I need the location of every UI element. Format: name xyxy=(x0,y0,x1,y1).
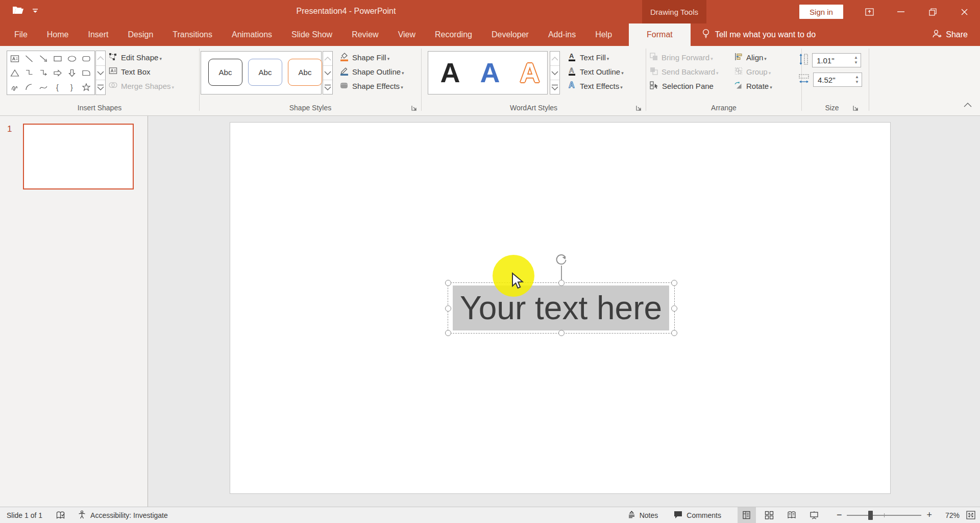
shape-arrow-icon[interactable] xyxy=(36,52,51,66)
gallery-scroll-down-icon[interactable] xyxy=(550,66,559,80)
text-box-button[interactable]: Text Box xyxy=(108,65,151,78)
minimize-button[interactable] xyxy=(885,0,917,23)
shape-style-swatch-black[interactable]: Abc xyxy=(208,59,242,86)
wordart-dialog-launcher-icon[interactable] xyxy=(635,104,643,112)
tab-home[interactable]: Home xyxy=(37,23,79,46)
shape-elbow-arrow-icon[interactable] xyxy=(36,66,51,80)
gallery-scroll-down-icon[interactable] xyxy=(96,66,105,81)
selected-text-highlight[interactable]: Your text here xyxy=(453,286,669,330)
close-button[interactable] xyxy=(948,0,980,23)
shape-style-swatch-blue[interactable]: Abc xyxy=(248,59,282,86)
text-fill-button[interactable]: A Text Fill xyxy=(567,51,609,64)
tab-view[interactable]: View xyxy=(388,23,425,46)
spin-down-icon[interactable]: ▼ xyxy=(855,80,859,85)
zoom-slider-thumb[interactable] xyxy=(868,511,873,520)
reading-view-button[interactable] xyxy=(782,507,801,523)
open-folder-icon[interactable] xyxy=(12,5,24,17)
rotate-handle-icon[interactable] xyxy=(554,252,568,266)
height-spinner[interactable]: ▲▼ xyxy=(853,54,859,66)
resize-handle-middle-left[interactable] xyxy=(445,305,451,312)
edit-shape-button[interactable]: Edit Shape xyxy=(108,51,162,64)
restore-button[interactable] xyxy=(917,0,948,23)
shape-arc-icon[interactable] xyxy=(22,80,36,94)
zoom-out-icon[interactable] xyxy=(837,510,842,520)
spin-down-icon[interactable]: ▼ xyxy=(854,60,858,65)
resize-handle-bottom-left[interactable] xyxy=(445,330,451,336)
shape-down-arrow-icon[interactable] xyxy=(65,66,79,80)
tab-transitions[interactable]: Transitions xyxy=(163,23,222,46)
resize-handle-bottom-middle[interactable] xyxy=(558,330,565,336)
collapse-ribbon-icon[interactable] xyxy=(962,100,974,110)
wordart-swatch-blue[interactable]: A xyxy=(472,56,508,89)
shape-triangle-icon[interactable] xyxy=(8,66,22,80)
shape-rounded-rectangle-icon[interactable] xyxy=(79,52,93,66)
tab-file[interactable]: File xyxy=(5,23,37,46)
wordart-swatch-orange-outline[interactable]: A xyxy=(512,56,548,89)
merge-shapes-button[interactable]: Merge Shapes xyxy=(108,79,174,92)
resize-handle-bottom-right[interactable] xyxy=(671,330,677,336)
text-outline-button[interactable]: A Text Outline xyxy=(567,65,624,78)
resize-handle-middle-right[interactable] xyxy=(671,305,677,312)
slide-sorter-view-button[interactable] xyxy=(760,507,778,523)
tab-animations[interactable]: Animations xyxy=(222,23,282,46)
textbox-selection[interactable]: Your text here xyxy=(448,282,675,334)
wordart-swatch-black[interactable]: A xyxy=(432,56,468,89)
shape-right-arrow-icon[interactable] xyxy=(51,66,65,80)
spin-up-icon[interactable]: ▲ xyxy=(855,75,859,80)
rotate-button[interactable]: Rotate xyxy=(734,79,772,92)
selection-pane-button[interactable]: Selection Pane xyxy=(649,79,714,92)
shape-rectangle-icon[interactable] xyxy=(51,52,65,66)
shape-elbow-icon[interactable] xyxy=(22,66,36,80)
gallery-more-icon[interactable] xyxy=(323,80,332,94)
fit-slide-to-window-button[interactable] xyxy=(966,510,976,520)
shape-oval-icon[interactable] xyxy=(65,52,79,66)
gallery-scroll-up-icon[interactable] xyxy=(323,52,332,66)
textbox-text[interactable]: Your text here xyxy=(460,289,662,327)
tab-insert[interactable]: Insert xyxy=(78,23,118,46)
shape-outline-button[interactable]: Shape Outline xyxy=(339,65,404,78)
size-dialog-launcher-icon[interactable] xyxy=(852,104,860,112)
gallery-scroll-up-icon[interactable] xyxy=(96,51,105,66)
shape-snip-corner-icon[interactable] xyxy=(79,66,93,80)
gallery-more-icon[interactable] xyxy=(550,80,559,94)
zoom-in-icon[interactable] xyxy=(926,510,932,520)
customize-quick-access-icon[interactable] xyxy=(32,7,38,16)
shape-fill-button[interactable]: Shape Fill xyxy=(339,51,389,64)
tell-me-box[interactable]: Tell me what you want to do xyxy=(702,23,816,46)
spin-up-icon[interactable]: ▲ xyxy=(854,55,858,60)
shape-effects-button[interactable]: Shape Effects xyxy=(339,79,403,92)
ribbon-display-options-button[interactable] xyxy=(853,0,885,23)
gallery-scroll-down-icon[interactable] xyxy=(323,66,332,80)
tab-developer[interactable]: Developer xyxy=(482,23,538,46)
tab-slide-show[interactable]: Slide Show xyxy=(282,23,342,46)
group-button[interactable]: Group xyxy=(734,65,771,78)
shape-star-icon[interactable] xyxy=(79,80,93,94)
normal-view-button[interactable] xyxy=(738,507,756,523)
resize-handle-top-middle[interactable] xyxy=(558,280,565,286)
shape-line-icon[interactable] xyxy=(22,52,36,66)
accessibility-checker[interactable]: Accessibility: Investigate xyxy=(77,510,168,521)
tab-review[interactable]: Review xyxy=(342,23,388,46)
shape-curve-icon[interactable] xyxy=(36,80,51,94)
resize-handle-top-left[interactable] xyxy=(445,280,451,286)
tab-format-active[interactable]: Format xyxy=(629,23,691,46)
shape-left-brace-icon[interactable]: { xyxy=(51,80,65,94)
zoom-level[interactable]: 72% xyxy=(940,511,960,519)
text-effects-button[interactable]: A Text Effects xyxy=(567,79,623,92)
bring-forward-button[interactable]: Bring Forward xyxy=(649,51,713,64)
comments-button[interactable]: Comments xyxy=(673,510,721,520)
tab-recording[interactable]: Recording xyxy=(425,23,482,46)
slide-show-view-button[interactable] xyxy=(805,507,823,523)
shape-styles-dialog-launcher-icon[interactable] xyxy=(410,104,418,112)
spellcheck-icon[interactable] xyxy=(56,511,66,520)
gallery-more-icon[interactable] xyxy=(96,80,105,94)
shape-style-swatch-orange[interactable]: Abc xyxy=(288,59,322,86)
slide-indicator[interactable]: Slide 1 of 1 xyxy=(7,511,42,519)
send-backward-button[interactable]: Send Backward xyxy=(649,65,719,78)
tab-help[interactable]: Help xyxy=(585,23,622,46)
slide-thumbnail[interactable] xyxy=(23,124,134,189)
tab-design[interactable]: Design xyxy=(118,23,163,46)
notes-button[interactable]: Notes xyxy=(627,510,658,520)
gallery-scroll-up-icon[interactable] xyxy=(550,52,559,66)
share-button[interactable]: Share xyxy=(932,23,968,46)
